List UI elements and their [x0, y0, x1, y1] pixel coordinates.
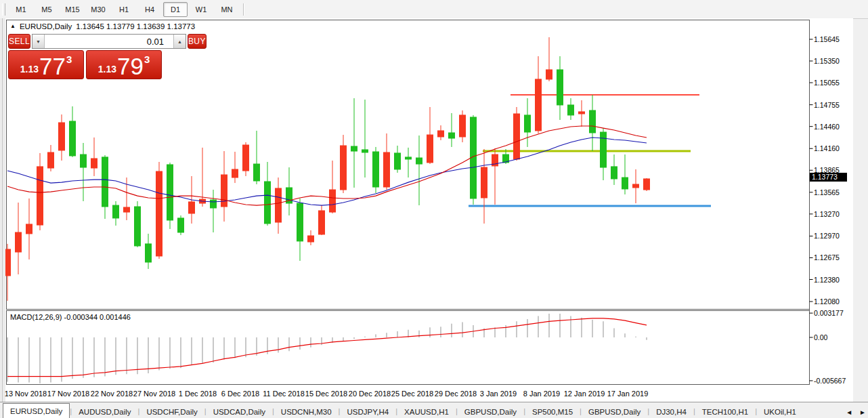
date-axis-label: 3 Jan 2019: [480, 390, 517, 398]
chart-symbol-label: EURUSD,Daily: [20, 22, 72, 30]
chart-tab-USDJPY-H4[interactable]: USDJPY,H4: [340, 405, 395, 418]
date-axis-label: 12 Jan 2019: [564, 390, 605, 398]
expand-triangle-icon[interactable]: ▲: [10, 24, 16, 29]
volume-input[interactable]: [45, 35, 173, 48]
timeframe-button-M1[interactable]: M1: [9, 2, 33, 17]
timeframe-toolbar: M1M5M15M30H1H4D1W1MN: [0, 0, 868, 19]
buy-button[interactable]: BUY: [188, 34, 207, 49]
chart-title: ▲ EURUSD,Daily 1.13645 1.13779 1.13639 1…: [10, 22, 195, 30]
price-axis-label: 1.15350: [814, 57, 852, 65]
timeframe-button-M15[interactable]: M15: [60, 2, 85, 17]
ask-price-big: 79: [117, 57, 144, 77]
buy-price-display[interactable]: 1.13 79 3: [86, 50, 162, 79]
date-axis-label: 13 Nov 2018: [5, 390, 47, 398]
candle-59: [644, 178, 650, 191]
bid-price-pip: 3: [66, 54, 72, 65]
date-axis-label: 1 Dec 2018: [179, 390, 217, 398]
candle-34: [373, 147, 379, 193]
candle-14: [156, 162, 162, 259]
tabs-scroll-left-icon[interactable]: ◄: [846, 409, 852, 416]
chart-tab-USDCAD-Daily[interactable]: USDCAD,Daily: [207, 405, 272, 418]
timeframe-button-M5[interactable]: M5: [35, 2, 59, 17]
macd-indicator-label: MACD(12,26,9) -0.000344 0.001446: [10, 313, 131, 321]
current-price-tag: 1.13773: [810, 173, 847, 182]
tabs-scroll-right-icon[interactable]: ►: [859, 409, 866, 416]
price-axis-label: 1.13565: [814, 188, 852, 196]
macd-axis-label: 0.003177: [814, 309, 852, 317]
date-axis-label: 8 Jan 2019: [523, 390, 560, 398]
volume-decrease-button[interactable]: ▼: [32, 35, 45, 48]
candle-47: [514, 107, 520, 161]
price-axis-label: 1.14160: [814, 144, 852, 152]
date-axis: 13 Nov 201817 Nov 201822 Nov 201827 Nov …: [5, 385, 853, 401]
timeframe-buttons: M1M5M15M30H1H4D1W1MN: [8, 2, 240, 17]
price-axis-label: 1.12380: [814, 276, 852, 284]
date-axis-label: 22 Nov 2018: [91, 390, 133, 398]
date-axis-label: 29 Dec 2018: [435, 390, 477, 398]
chart-tab-SP500-M15[interactable]: SP500,M15: [525, 405, 580, 418]
chart-tabs: EURUSD,Daily|AUDUSD,Daily|USDCHF,Daily|U…: [0, 403, 803, 418]
price-axis-label: 1.15055: [814, 79, 852, 87]
toolbar-grip[interactable]: [2, 3, 5, 16]
macd-axis-label: -0.005667: [814, 377, 852, 385]
price-axis-label: 1.13270: [814, 210, 852, 218]
timeframe-button-H4[interactable]: H4: [137, 2, 162, 17]
timeframe-button-M30[interactable]: M30: [86, 2, 110, 17]
date-axis-label: 25 Dec 2018: [391, 390, 433, 398]
candle-16: [178, 215, 184, 235]
date-axis-label: 27 Nov 2018: [133, 390, 175, 398]
chart-tab-XAUUSD-H1[interactable]: XAUUSD,H1: [397, 405, 456, 418]
ask-price-prefix: 1.13: [98, 64, 116, 75]
price-axis-label: 1.14755: [814, 101, 852, 109]
price-axis-label: 1.12970: [814, 232, 852, 240]
price-axis-label: 1.15645: [814, 35, 852, 43]
chart-tab-UKOil-H1[interactable]: UKOil,H1: [757, 405, 803, 418]
price-axis-label: 1.14460: [814, 123, 852, 131]
date-axis-label: 11 Dec 2018: [263, 390, 305, 398]
macd-axis-label: 0.00: [814, 333, 852, 341]
chart-tab-GBPUSD-Daily[interactable]: GBPUSD,Daily: [582, 405, 647, 418]
timeframe-button-MN[interactable]: MN: [215, 2, 239, 17]
chart-ohlc-values: 1.13645 1.13779 1.13639 1.13773: [76, 22, 195, 30]
chart-tab-DJ30-H4[interactable]: DJ30,H4: [649, 405, 693, 418]
volume-increase-button[interactable]: ▲: [173, 35, 186, 48]
chart-tab-EURUSD-Daily[interactable]: EURUSD,Daily: [3, 403, 70, 418]
chart-tab-TECH100-H1[interactable]: TECH100,H1: [695, 405, 755, 418]
price-axis-label: 1.12675: [814, 253, 852, 262]
date-axis-label: 20 Dec 2018: [349, 390, 391, 398]
date-axis-label: 17 Nov 2018: [47, 390, 89, 398]
chart-tabbar: EURUSD,Daily|AUDUSD,Daily|USDCHF,Daily|U…: [0, 402, 868, 418]
chart-tab-USDCNH-M30[interactable]: USDCNH,M30: [274, 405, 339, 418]
candle-12: [135, 201, 141, 247]
chart-tab-AUDUSD-Daily[interactable]: AUDUSD,Daily: [72, 405, 137, 418]
price-axis-label: 1.12080: [814, 297, 852, 306]
timeframe-button-H1[interactable]: H1: [112, 2, 136, 17]
candle-43: [471, 115, 477, 205]
ask-price-pip: 3: [144, 54, 150, 65]
sell-button[interactable]: SELL: [8, 34, 30, 49]
chart-tab-GBPUSD-Daily[interactable]: GBPUSD,Daily: [458, 405, 523, 418]
one-click-trading-panel: SELL ▼ ▲ BUY 1.13 77 3 1.13 79 3: [8, 34, 162, 79]
bid-price-prefix: 1.13: [20, 64, 39, 75]
bid-price-big: 77: [39, 57, 66, 77]
date-axis-label: 6 Dec 2018: [221, 390, 259, 398]
chart-window: ▲ EURUSD,Daily 1.13645 1.13779 1.13639 1…: [5, 18, 853, 402]
timeframe-button-D1[interactable]: D1: [163, 2, 188, 17]
date-axis-label: 15 Dec 2018: [305, 390, 347, 398]
toolbar-separator: [243, 3, 244, 16]
volume-stepper: ▼ ▲: [32, 34, 186, 49]
tabbar-arrows: ◄ ►: [846, 409, 866, 416]
timeframe-button-W1[interactable]: W1: [189, 2, 213, 17]
candle-22: [243, 142, 249, 176]
sell-price-display[interactable]: 1.13 77 3: [8, 50, 84, 79]
date-axis-label: 17 Jan 2019: [607, 390, 649, 398]
chart-tab-USDCHF-Daily[interactable]: USDCHF,Daily: [139, 405, 204, 418]
